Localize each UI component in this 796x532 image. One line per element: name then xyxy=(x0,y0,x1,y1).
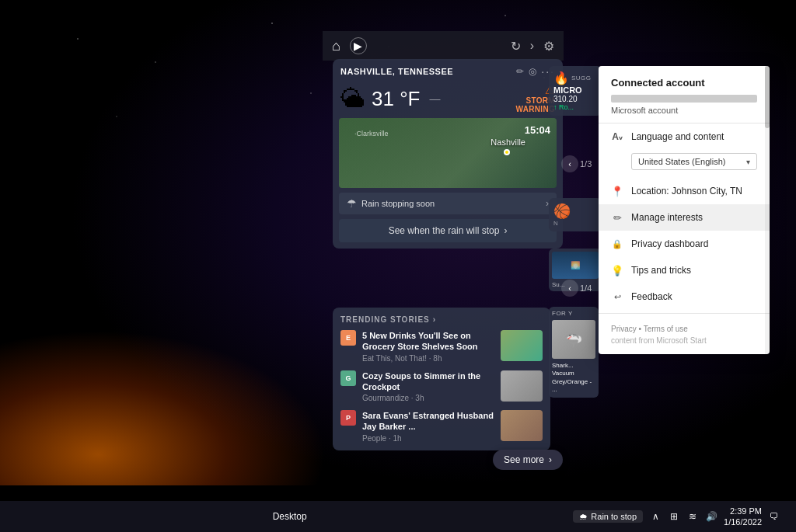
rain-notify-icon: 🌧 xyxy=(579,512,588,521)
trending-title: TRENDING STORIES xyxy=(340,315,430,324)
story-meta-2: Gourmandize · 3h xyxy=(362,394,494,402)
dp-account-bar xyxy=(611,95,757,103)
map-time: 15:04 xyxy=(525,124,550,136)
see-more-label: See more xyxy=(504,454,544,465)
privacy-link[interactable]: Privacy xyxy=(611,325,637,333)
refresh-icon[interactable]: ↻ xyxy=(511,39,521,54)
dp-interests-label: Manage interests xyxy=(631,212,757,223)
weather-separator: — xyxy=(429,92,440,105)
settings-icon[interactable]: ⚙ xyxy=(543,39,554,54)
story-title-2: Cozy Soups to Simmer in the Crockpot xyxy=(362,370,494,393)
story-title-1: 5 New Drinks You'll See on Grocery Store… xyxy=(362,330,494,353)
wifi-icon[interactable]: ≋ xyxy=(686,510,699,523)
sugg-ticker: MICRO xyxy=(553,85,597,95)
dp-divider xyxy=(599,313,770,314)
lang-icon: Aᵥ xyxy=(611,130,623,143)
taskbar-time-value: 2:39 PM xyxy=(724,506,762,516)
dp-menu-item-tips[interactable]: 💡 Tips and tricks xyxy=(599,257,770,283)
weather-cta-button[interactable]: See when the rain will stop › xyxy=(339,219,557,242)
desktop-button[interactable]: Desktop xyxy=(267,509,313,524)
dp-menu-item-lang[interactable]: Aᵥ Language and content xyxy=(599,123,770,150)
location-icon: 📍 xyxy=(611,185,623,197)
map-nashville-label: Nashville xyxy=(491,137,525,147)
see-more-button[interactable]: See more › xyxy=(493,450,563,470)
rain-notify-label: Rain to stop xyxy=(591,512,637,521)
dp-title: Connected account xyxy=(611,77,757,89)
nba-logo: 🏀 xyxy=(553,203,597,220)
rain-bar[interactable]: ☂ Rain stopping soon › xyxy=(339,193,557,214)
home-icon[interactable]: ⌂ xyxy=(332,38,340,54)
notification-icon[interactable]: 🗨 xyxy=(768,510,780,523)
desktop-label: Desktop xyxy=(273,511,307,522)
pagination-2: ‹ 1/4 xyxy=(561,280,592,297)
story-title-3: Sara Evans' Estranged Husband Jay Barker… xyxy=(362,410,494,433)
dp-footer-source: content from Microsoft Start xyxy=(611,336,757,345)
for-you-text: Shark...Vacuum Grey/Orange - ... xyxy=(552,362,595,395)
interests-icon: ✏ xyxy=(611,211,623,224)
for-you-image: 🦈 xyxy=(552,320,595,359)
dropdown-panel: Connected account Microsoft account Aᵥ L… xyxy=(599,66,770,354)
rain-text: Rain stopping soon xyxy=(361,199,541,208)
prev-page-btn[interactable]: ‹ xyxy=(561,155,578,172)
forward-icon[interactable]: › xyxy=(530,39,534,53)
tips-icon: 💡 xyxy=(611,264,623,276)
story-thumb-3 xyxy=(501,410,543,441)
story-source-initial-1: E xyxy=(346,334,351,342)
pagination-1: ‹ 1/3 xyxy=(561,155,592,172)
story-content-3: Sara Evans' Estranged Husband Jay Barker… xyxy=(362,410,494,443)
story-meta-1: Eat This, Not That! · 8h xyxy=(362,354,494,363)
network-icon[interactable]: ⊞ xyxy=(668,510,680,523)
play-icon[interactable]: ▶ xyxy=(350,37,367,54)
prev-page-btn-2[interactable]: ‹ xyxy=(561,280,578,297)
taskbar-clock[interactable]: 2:39 PM 1/16/2022 xyxy=(724,506,762,528)
chevron-icon[interactable]: ∧ xyxy=(649,510,662,523)
dp-privacy-label: Privacy dashboard xyxy=(631,238,757,249)
language-select-value: United States (English) xyxy=(638,157,726,166)
edit-location-icon[interactable]: ✏ xyxy=(516,66,524,77)
dp-feedback-label: Feedback xyxy=(631,291,757,302)
sugg-price: 310.20 xyxy=(553,95,597,103)
dp-tips-label: Tips and tricks xyxy=(631,265,757,276)
dp-account-section: Connected account Microsoft account xyxy=(599,66,770,123)
sugg-card[interactable]: 🔥 SUGG MICRO 310.20 ↑ Ro... xyxy=(549,66,602,116)
for-you-card[interactable]: FOR Y 🦈 Shark...Vacuum Grey/Orange - ... xyxy=(549,307,599,398)
cta-chevron-icon: › xyxy=(504,225,507,236)
story-source-icon-2: G xyxy=(340,370,356,386)
map-clarksville-label: ·Clarksville xyxy=(354,130,389,137)
dp-select-row: United States (English) ▾ xyxy=(599,150,770,178)
weather-main: 🌥 31 °F — ⚠ STORM WARNING xyxy=(333,84,563,118)
taskbar: Desktop 🌧 Rain to stop ∧ ⊞ ≋ 🔊 2:39 PM 1… xyxy=(0,501,796,532)
panel-header: ⌂ ▶ ↻ › ⚙ xyxy=(323,31,564,61)
dp-menu-item-location[interactable]: 📍 Location: Johnson City, TN xyxy=(599,178,770,204)
fire-icon: 🔥 xyxy=(553,71,569,85)
dp-menu-item-privacy[interactable]: 🔒 Privacy dashboard xyxy=(599,231,770,257)
sugg-label: SUGG xyxy=(571,75,592,82)
scroll-thumb xyxy=(765,66,770,128)
story-source-icon-3: P xyxy=(340,410,356,426)
dp-microsoft-account-link[interactable]: Microsoft account xyxy=(611,106,757,115)
story-item[interactable]: P Sara Evans' Estranged Husband Jay Bark… xyxy=(340,410,543,443)
terms-link[interactable]: Terms of use xyxy=(644,325,688,333)
trending-chevron-icon: › xyxy=(433,315,436,324)
weather-location: NASHVILLE, TENNESSEE xyxy=(340,67,511,76)
trending-header[interactable]: TRENDING STORIES › xyxy=(340,315,543,324)
dp-footer-links: Privacy • Terms of use xyxy=(611,325,757,333)
dp-menu-item-interests[interactable]: ✏ Manage interests xyxy=(599,204,770,231)
story-meta-3: People · 1h xyxy=(362,434,494,443)
taskbar-center: Desktop xyxy=(6,509,573,524)
story-item[interactable]: E 5 New Drinks You'll See on Grocery Sto… xyxy=(340,330,543,363)
weather-map: ·Clarksville Nashville 15:04 xyxy=(339,118,557,188)
language-select[interactable]: United States (English) ▾ xyxy=(631,153,757,170)
privacy-icon: 🔒 xyxy=(611,238,623,250)
rain-notification[interactable]: 🌧 Rain to stop xyxy=(573,510,643,523)
dp-lang-label: Language and content xyxy=(631,131,757,142)
weather-temp: 31 °F xyxy=(372,87,420,111)
taskbar-date-value: 1/16/2022 xyxy=(724,516,762,527)
dp-menu-item-feedback[interactable]: ↩ Feedback xyxy=(599,283,770,310)
location-pin-icon[interactable]: ◎ xyxy=(529,66,536,77)
volume-icon[interactable]: 🔊 xyxy=(705,510,717,523)
nba-card[interactable]: 🏀 N xyxy=(549,198,602,231)
for-you-label: FOR Y xyxy=(552,310,595,317)
page-count-1: 1/3 xyxy=(580,159,592,169)
story-item[interactable]: G Cozy Soups to Simmer in the Crockpot G… xyxy=(340,370,543,403)
